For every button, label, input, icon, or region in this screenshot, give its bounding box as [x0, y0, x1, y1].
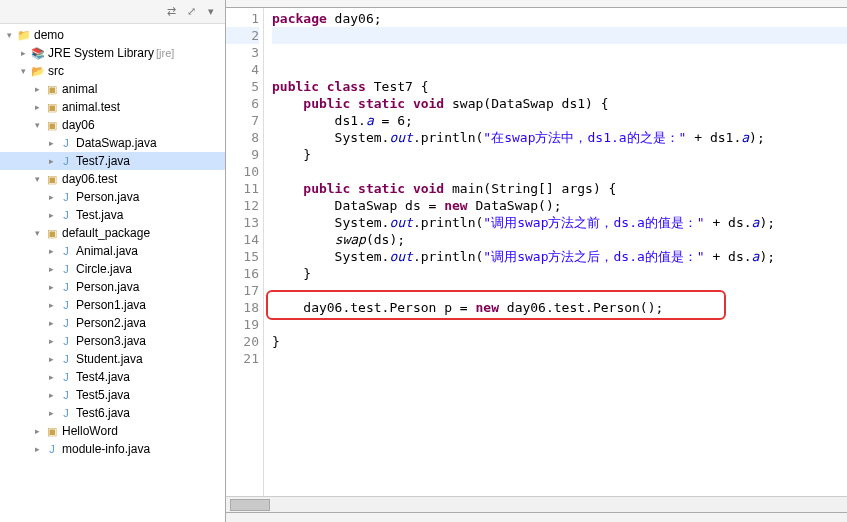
file-test7[interactable]: ▸ J Test7.java — [0, 152, 225, 170]
code-line[interactable]: System.out.println("调用swap方法之前，ds.a的值是："… — [272, 214, 847, 231]
kw: public static void — [303, 181, 444, 196]
link-editor-icon[interactable]: ⇄ — [163, 4, 179, 20]
jre-node[interactable]: ▸ 📚 JRE System Library [jre] — [0, 44, 225, 62]
src-node[interactable]: ▾ 📂 src — [0, 62, 225, 80]
file-test6[interactable]: ▸JTest6.java — [0, 404, 225, 422]
file-label: Animal.java — [76, 244, 138, 258]
chevron-right-icon[interactable]: ▸ — [44, 318, 58, 328]
src-folder-icon: 📂 — [30, 63, 46, 79]
package-icon: ▣ — [44, 423, 60, 439]
code-line[interactable]: package day06; — [272, 10, 847, 27]
chevron-down-icon[interactable]: ▾ — [30, 120, 44, 130]
chevron-right-icon[interactable]: ▸ — [44, 192, 58, 202]
scrollbar-thumb[interactable] — [230, 499, 270, 511]
explorer-toolbar: ⇄ ⤢ ▾ — [0, 0, 225, 24]
file-student[interactable]: ▸JStudent.java — [0, 350, 225, 368]
chevron-right-icon[interactable]: ▸ — [44, 372, 58, 382]
txt: swap(DataSwap ds1) { — [444, 96, 608, 111]
code-line[interactable] — [272, 163, 847, 180]
chevron-right-icon[interactable]: ▸ — [44, 282, 58, 292]
chevron-right-icon[interactable]: ▸ — [44, 264, 58, 274]
code-area[interactable]: 1 2 3 4 5 6 7 8 9 10 11 12 13 14 15 16 1… — [226, 8, 847, 496]
pkg-default[interactable]: ▾ ▣ default_package — [0, 224, 225, 242]
project-node[interactable]: ▾ 📁 demo — [0, 26, 225, 44]
file-person[interactable]: ▸ J Person.java — [0, 188, 225, 206]
chevron-down-icon[interactable]: ▾ — [2, 30, 16, 40]
file-test5[interactable]: ▸JTest5.java — [0, 386, 225, 404]
project-tree[interactable]: ▾ 📁 demo ▸ 📚 JRE System Library [jre] ▾ … — [0, 24, 225, 522]
editor-pane: 1 2 3 4 5 6 7 8 9 10 11 12 13 14 15 16 1… — [226, 0, 847, 522]
file-module-info[interactable]: ▸ J module-info.java — [0, 440, 225, 458]
pkg-day06[interactable]: ▾ ▣ day06 — [0, 116, 225, 134]
code-line[interactable]: swap(ds); — [272, 231, 847, 248]
horizontal-scrollbar[interactable] — [226, 496, 847, 512]
code-line[interactable] — [272, 350, 847, 367]
code-line[interactable]: DataSwap ds = new DataSwap(); — [272, 197, 847, 214]
pkg-helloword[interactable]: ▸ ▣ HelloWord — [0, 422, 225, 440]
code-line[interactable]: public class Test7 { — [272, 78, 847, 95]
file-person1[interactable]: ▸JPerson1.java — [0, 296, 225, 314]
pkg-day06-test[interactable]: ▾ ▣ day06.test — [0, 170, 225, 188]
file-label: module-info.java — [62, 442, 150, 456]
java-file-icon: J — [58, 333, 74, 349]
code-line[interactable]: day06.test.Person p = new day06.test.Per… — [272, 299, 847, 316]
file-person2[interactable]: ▸JPerson2.java — [0, 314, 225, 332]
collapse-all-icon[interactable]: ⤢ — [183, 4, 199, 20]
line-number: 12 — [226, 197, 259, 214]
chevron-right-icon[interactable]: ▸ — [44, 156, 58, 166]
chevron-right-icon[interactable]: ▸ — [30, 444, 44, 454]
file-test4[interactable]: ▸JTest4.java — [0, 368, 225, 386]
code-line[interactable] — [272, 316, 847, 333]
txt: day06.test.Person(); — [499, 300, 663, 315]
code-line[interactable]: } — [272, 265, 847, 282]
chevron-right-icon[interactable]: ▸ — [44, 408, 58, 418]
code-line[interactable] — [272, 282, 847, 299]
line-number: 17 — [226, 282, 259, 299]
code-line[interactable] — [272, 44, 847, 61]
view-menu-icon[interactable]: ▾ — [203, 4, 219, 20]
code-line[interactable]: public static void swap(DataSwap ds1) { — [272, 95, 847, 112]
line-number: 10 — [226, 163, 259, 180]
chevron-right-icon[interactable]: ▸ — [30, 84, 44, 94]
chevron-down-icon[interactable]: ▾ — [16, 66, 30, 76]
chevron-right-icon[interactable]: ▸ — [44, 138, 58, 148]
chevron-right-icon[interactable]: ▸ — [44, 354, 58, 364]
code-line[interactable]: System.out.println("在swap方法中，ds1.a的之是：" … — [272, 129, 847, 146]
code-line[interactable]: } — [272, 146, 847, 163]
chevron-down-icon[interactable]: ▾ — [30, 228, 44, 238]
project-icon: 📁 — [16, 27, 32, 43]
code-line[interactable] — [272, 61, 847, 78]
chevron-right-icon[interactable]: ▸ — [30, 426, 44, 436]
chevron-down-icon[interactable]: ▾ — [30, 174, 44, 184]
chevron-right-icon[interactable]: ▸ — [44, 210, 58, 220]
code-line[interactable] — [272, 27, 847, 44]
pkg-animal-test[interactable]: ▸ ▣ animal.test — [0, 98, 225, 116]
txt: Test7 { — [366, 79, 429, 94]
chevron-right-icon[interactable]: ▸ — [30, 102, 44, 112]
file-label: Student.java — [76, 352, 143, 366]
pkg-label: default_package — [62, 226, 150, 240]
code-text[interactable]: package day06; public class Test7 { publ… — [264, 8, 847, 496]
file-label: Test5.java — [76, 388, 130, 402]
line-number: 15 — [226, 248, 259, 265]
file-person3[interactable]: ▸JPerson3.java — [0, 332, 225, 350]
pkg-animal[interactable]: ▸ ▣ animal — [0, 80, 225, 98]
chevron-right-icon[interactable]: ▸ — [44, 390, 58, 400]
chevron-right-icon[interactable]: ▸ — [44, 300, 58, 310]
code-line[interactable]: } — [272, 333, 847, 350]
code-line[interactable]: System.out.println("调用swap方法之后，ds.a的值是："… — [272, 248, 847, 265]
code-line[interactable]: ds1.a = 6; — [272, 112, 847, 129]
chevron-right-icon[interactable]: ▸ — [44, 336, 58, 346]
chevron-right-icon[interactable]: ▸ — [16, 48, 30, 58]
txt: } — [272, 266, 311, 281]
project-label: demo — [34, 28, 64, 42]
file-circle[interactable]: ▸JCircle.java — [0, 260, 225, 278]
file-person-d[interactable]: ▸JPerson.java — [0, 278, 225, 296]
java-file-icon: J — [44, 441, 60, 457]
code-line[interactable]: public static void main(String[] args) { — [272, 180, 847, 197]
file-animal[interactable]: ▸JAnimal.java — [0, 242, 225, 260]
chevron-right-icon[interactable]: ▸ — [44, 246, 58, 256]
file-test[interactable]: ▸ J Test.java — [0, 206, 225, 224]
txt: .println( — [413, 215, 483, 230]
file-dataswap[interactable]: ▸ J DataSwap.java — [0, 134, 225, 152]
